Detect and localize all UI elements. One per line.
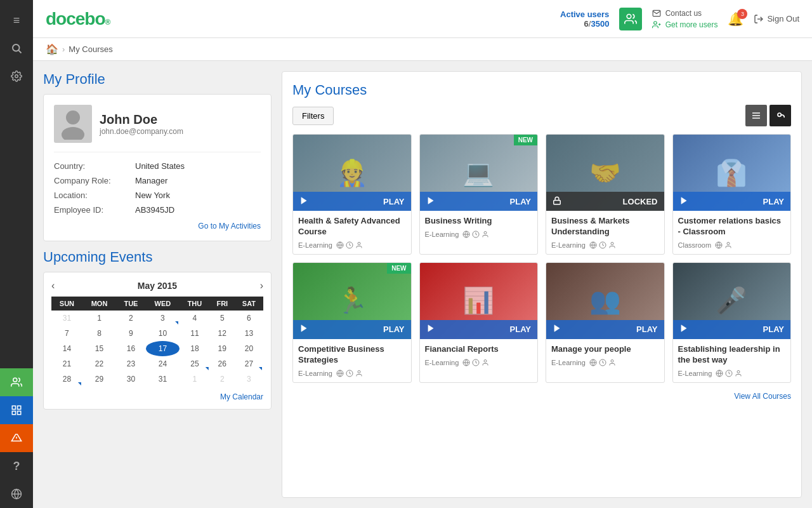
calendar-day-cell[interactable]: 28	[51, 371, 82, 387]
calendar-days-header: SUNMONTUEWEDTHUFRISAT	[51, 297, 263, 311]
calendar-day-cell[interactable]: 20	[235, 341, 263, 356]
course-action-bar[interactable]: PLAY	[420, 192, 538, 211]
calendar-day-cell[interactable]: 31	[51, 311, 82, 326]
calendar-day-cell[interactable]: 11	[180, 326, 210, 341]
course-card: 👔 PLAY Customer relations basics - Class…	[672, 134, 792, 255]
active-users-label: Active users	[560, 10, 609, 19]
breadcrumb-separator: ›	[62, 44, 65, 54]
course-action-label: PLAY	[383, 197, 404, 206]
course-action-bar[interactable]: PLAY	[420, 320, 538, 339]
notifications-badge: 3	[737, 9, 747, 19]
svg-rect-6	[12, 411, 15, 415]
course-type: E-Learning	[298, 241, 332, 249]
calendar-day-cell[interactable]: 12	[210, 326, 235, 341]
course-info: Competitive Business Strategies E-Learni…	[293, 339, 411, 382]
new-badge: NEW	[514, 135, 537, 145]
svg-point-19	[62, 127, 84, 140]
calendar-day-cell[interactable]: 22	[82, 356, 116, 371]
globe-icon[interactable]	[0, 480, 33, 508]
course-type: Classroom	[678, 241, 712, 249]
calendar-day-cell[interactable]: 23	[116, 356, 146, 371]
calendar-day-cell[interactable]: 7	[51, 326, 82, 341]
users-money-icon[interactable]	[0, 368, 33, 396]
calendar-day-cell[interactable]: 1	[180, 371, 210, 387]
calendar-day-cell[interactable]: 10	[146, 326, 180, 341]
search-icon[interactable]	[0, 34, 33, 62]
calendar-day-cell[interactable]: 17	[146, 341, 180, 356]
calendar-day-cell[interactable]: 30	[116, 371, 146, 387]
calendar-day-cell[interactable]: 29	[82, 371, 116, 387]
calendar-day-cell[interactable]: 15	[82, 341, 116, 356]
menu-icon[interactable]: ≡	[0, 6, 33, 34]
profile-info: John Doe john.doe@company.com	[100, 112, 183, 136]
play-icon	[426, 324, 435, 335]
calendar-day-cell[interactable]: 14	[51, 341, 82, 356]
alert-icon[interactable]	[0, 424, 33, 452]
country-value: United States	[135, 161, 185, 171]
dashboard-icon[interactable]	[0, 396, 33, 424]
course-action-bar[interactable]: PLAY	[293, 320, 411, 339]
svg-rect-7	[18, 411, 21, 415]
svg-point-14	[654, 22, 657, 25]
svg-rect-34	[554, 200, 561, 204]
country-label: Country:	[54, 161, 130, 171]
profile-name: John Doe	[100, 112, 183, 127]
course-thumbnail: 🎤 PLAY	[673, 263, 791, 339]
view-all-courses-link[interactable]: View All Courses	[734, 392, 791, 401]
calendar-week-row: 21222324252627	[51, 356, 263, 371]
calendar-day-cell[interactable]: 2	[210, 371, 235, 387]
my-calendar-link[interactable]: My Calendar	[220, 392, 263, 401]
my-courses-title: My Courses	[292, 82, 791, 98]
course-action-bar[interactable]: PLAY	[546, 320, 664, 339]
calendar-day-cell[interactable]: 8	[82, 326, 116, 341]
calendar-day-cell[interactable]: 2	[116, 311, 146, 326]
course-action-bar[interactable]: PLAY	[673, 192, 791, 211]
sign-out-button[interactable]: Sign Out	[754, 14, 799, 24]
filters-button[interactable]: Filters	[292, 107, 334, 125]
calendar-day-cell[interactable]: 18	[180, 341, 210, 356]
course-action-bar[interactable]: PLAY	[673, 320, 791, 339]
course-action-bar[interactable]: PLAY	[293, 192, 411, 211]
calendar-prev-button[interactable]: ‹	[51, 280, 55, 291]
help-icon[interactable]: ?	[0, 452, 33, 480]
calendar-day-cell[interactable]: 3	[235, 371, 263, 387]
course-action-bar[interactable]: LOCKED	[546, 192, 664, 211]
left-panel: My Profile John Doe john.doe@company.com	[43, 71, 272, 498]
calendar-day-cell[interactable]: 16	[116, 341, 146, 356]
calendar-day-cell[interactable]: 5	[210, 311, 235, 326]
calendar-day-cell[interactable]: 26	[210, 356, 235, 371]
list-view-button[interactable]	[745, 105, 767, 126]
calendar-day-cell[interactable]: 24	[146, 356, 180, 371]
get-more-users-link[interactable]: Get more users	[652, 19, 717, 30]
calendar-day-cell[interactable]: 6	[235, 311, 263, 326]
calendar-day-cell[interactable]: 1	[82, 311, 116, 326]
calendar-day-cell[interactable]: 13	[235, 326, 263, 341]
sidebar: ≡ ?	[0, 0, 33, 508]
calendar-day-cell[interactable]: 25	[180, 356, 210, 371]
calendar-day-cell[interactable]: 19	[210, 341, 235, 356]
calendar-next-button[interactable]: ›	[260, 280, 263, 291]
calendar-day-cell[interactable]: 31	[146, 371, 180, 387]
calendar-day-cell[interactable]: 21	[51, 356, 82, 371]
calendar-day-cell[interactable]: 4	[180, 311, 210, 326]
calendar-day-cell[interactable]: 27	[235, 356, 263, 371]
empid-label: Employee ID:	[54, 205, 130, 215]
calendar-day-cell[interactable]: 9	[116, 326, 146, 341]
course-meta: E-Learning	[551, 241, 659, 249]
profile-empid-row: Employee ID: AB3945JD	[54, 205, 261, 215]
calendar-day-cell[interactable]: 3	[146, 311, 180, 326]
notifications-button[interactable]: 🔔 3	[728, 11, 743, 27]
course-thumbnail: 💻 NEW PLAY	[420, 135, 538, 211]
settings-icon[interactable]	[0, 62, 33, 90]
view-buttons	[745, 105, 791, 126]
go-activities-link[interactable]: Go to My Activities	[198, 222, 261, 231]
course-thumbnail: 📊 PLAY	[420, 263, 538, 339]
grid-view-button[interactable]	[769, 105, 791, 126]
calendar-week-row: 31123456	[51, 311, 263, 326]
manage-users-button[interactable]	[619, 8, 642, 30]
breadcrumb: 🏠 › My Courses	[33, 38, 812, 61]
location-label: Location:	[54, 190, 130, 200]
course-title: Fianancial Reports	[425, 344, 533, 355]
course-thumbnail: 👥 PLAY	[546, 263, 664, 339]
breadcrumb-home-icon[interactable]: 🏠	[46, 43, 58, 55]
